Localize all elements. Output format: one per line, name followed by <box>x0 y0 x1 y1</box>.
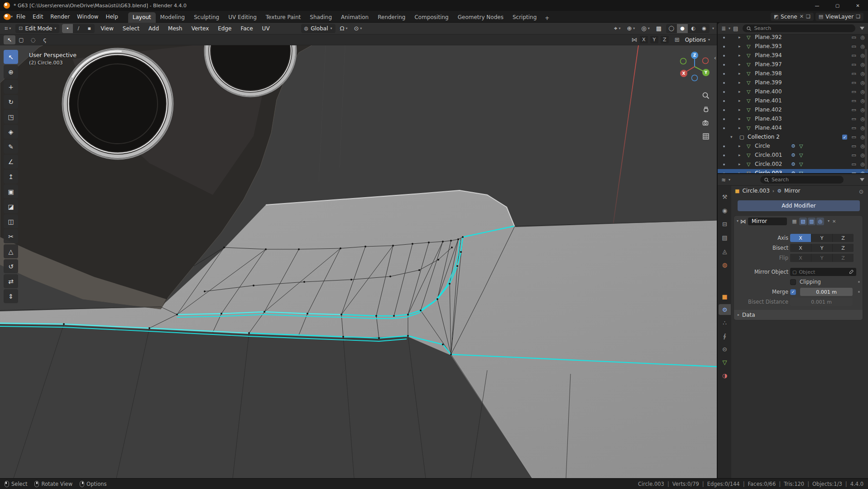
object-name[interactable]: Circle.001 <box>755 152 782 158</box>
tool-annotate[interactable]: ✎ <box>4 140 18 154</box>
outliner-row-collection2[interactable]: ▾▢Collection 2✓▭◎ <box>718 133 868 142</box>
menu-vertex[interactable]: Vertex <box>188 24 212 33</box>
workspace-tab-geometry-nodes[interactable]: Geometry Nodes <box>453 12 508 23</box>
transform-orientation-dropdown[interactable]: ◍ Global ▾ <box>301 24 336 33</box>
object-name[interactable]: Plane.398 <box>755 70 782 77</box>
tool-transform[interactable]: ◈ <box>4 125 18 139</box>
shading-caret-icon[interactable]: ▾ <box>712 27 714 30</box>
tool-loop-cut[interactable]: ◫ <box>4 214 18 228</box>
disclosure-open-icon[interactable]: ▾ <box>730 135 733 139</box>
add-modifier-button[interactable]: Add Modifier <box>738 200 860 211</box>
disable-viewport-icon[interactable]: ▭ <box>852 53 856 58</box>
face-select-button[interactable]: ▪ <box>84 24 95 33</box>
mode-dropdown[interactable]: ⊡ Edit Mode ▾ <box>15 24 59 33</box>
tool-scale[interactable]: ◳ <box>4 110 18 124</box>
axis-x-button[interactable]: X <box>790 234 811 242</box>
flip-x-button[interactable]: X <box>790 254 811 262</box>
editor-type-selector[interactable]: ⌗ ▾ <box>3 24 13 33</box>
outliner-row-plane402[interactable]: ▸▽Plane.402▭◎ <box>718 106 868 115</box>
outliner-editor-icon[interactable]: ≣ <box>721 26 726 31</box>
collection-name[interactable]: Collection 2 <box>748 134 780 140</box>
outliner-row-circle[interactable]: ▸▽Circle⚙▽▭◎ <box>718 142 868 151</box>
blender-menu-icon[interactable] <box>4 14 11 20</box>
workspace-tab-texture-paint[interactable]: Texture Paint <box>261 12 305 23</box>
animate-dot-icon[interactable] <box>858 291 860 293</box>
disable-render-icon[interactable]: ◎ <box>860 62 865 68</box>
disable-render-icon[interactable]: ◎ <box>860 71 865 77</box>
tool-select-box[interactable]: ↖ <box>4 50 18 64</box>
outliner-row-circle002[interactable]: ▸▽Circle.002⚙▽▭◎ <box>718 160 868 169</box>
tab-render[interactable]: ◉ <box>719 205 731 216</box>
tab-scene[interactable]: ◬ <box>719 246 731 257</box>
workspace-tab-scripting[interactable]: Scripting <box>508 12 541 23</box>
disable-render-icon[interactable]: ◎ <box>860 107 865 113</box>
tab-world[interactable]: ◍ <box>719 259 731 270</box>
breadcrumb-modifier[interactable]: Mirror <box>784 188 800 194</box>
disclosure-icon[interactable]: ▸ <box>739 116 741 121</box>
tab-object-data[interactable]: ▽ <box>719 357 731 368</box>
tab-physics[interactable]: ∮ <box>719 330 731 341</box>
overlays-dropdown[interactable]: ◎ ▾ <box>639 24 651 33</box>
tab-particles[interactable]: ∴ <box>719 317 731 328</box>
outliner-row-plane404[interactable]: ▸▽Plane.404▭◎ <box>718 124 868 133</box>
outliner-row-plane392[interactable]: ▸▽Plane.392▭◎ <box>718 34 868 42</box>
menu-face[interactable]: Face <box>237 24 256 33</box>
close-button[interactable]: ✕ <box>848 0 868 11</box>
menu-mesh[interactable]: Mesh <box>165 24 186 33</box>
snap-toggle[interactable]: Ω ▾ <box>338 24 350 33</box>
menu-select[interactable]: Select <box>120 24 143 33</box>
modifier-close-icon[interactable]: ✕ <box>832 219 836 224</box>
flip-y-button[interactable]: Y <box>811 254 832 262</box>
object-name[interactable]: Plane.402 <box>755 107 782 113</box>
toggle-render-icon[interactable]: ◎ <box>816 218 824 225</box>
shading-wireframe-button[interactable]: ◯ <box>666 24 677 33</box>
outliner-row-plane398[interactable]: ▸▽Plane.398▭◎ <box>718 69 868 78</box>
tab-view-layer[interactable]: ▤ <box>719 232 731 243</box>
disclosure-icon[interactable]: ▸ <box>739 153 741 157</box>
workspace-tab-shading[interactable]: Shading <box>305 12 336 23</box>
tool-shrink-fatten[interactable]: ⇕ <box>4 289 18 303</box>
viewlayer-selector[interactable]: ▤ ViewLayer ❏ <box>815 13 863 21</box>
disable-viewport-icon[interactable]: ▭ <box>852 89 856 95</box>
disable-viewport-icon[interactable]: ▭ <box>852 34 856 40</box>
disable-render-icon[interactable]: ◎ <box>860 89 865 95</box>
axis-y-button[interactable]: Y <box>811 234 832 242</box>
disable-viewport-icon[interactable]: ▭ <box>852 62 856 68</box>
disable-render-icon[interactable]: ◎ <box>860 143 865 149</box>
object-name[interactable]: Plane.400 <box>755 88 782 95</box>
workspace-tab-sculpting[interactable]: Sculpting <box>189 12 224 23</box>
toggle-realtime-icon[interactable]: ▥ <box>808 218 815 225</box>
menu-edit[interactable]: Edit <box>29 12 47 21</box>
outliner-row-plane401[interactable]: ▸▽Plane.401▭◎ <box>718 97 868 106</box>
outliner-search-input[interactable]: Search <box>743 24 855 32</box>
menu-add[interactable]: Add <box>145 24 162 33</box>
tool-poly-build[interactable]: △ <box>4 244 18 258</box>
bisect-y-button[interactable]: Y <box>811 244 832 252</box>
tab-constraints[interactable]: ⊝ <box>719 344 731 354</box>
mirror-object-field[interactable]: ▢ Object <box>790 268 856 276</box>
object-name[interactable]: Plane.399 <box>755 79 782 86</box>
disable-viewport-icon[interactable]: ▭ <box>852 98 856 104</box>
minimize-button[interactable]: — <box>807 0 827 11</box>
disable-render-icon[interactable]: ◎ <box>860 98 865 104</box>
object-name[interactable]: Circle.003 <box>755 170 782 173</box>
disable-viewport-icon[interactable]: ▭ <box>852 71 856 77</box>
eyedropper-icon[interactable] <box>849 269 854 275</box>
outliner-row-plane399[interactable]: ▸▽Plane.399▭◎ <box>718 78 868 87</box>
disable-viewport-icon[interactable]: ▭ <box>852 44 856 49</box>
workspace-tab-compositing[interactable]: Compositing <box>410 12 453 23</box>
workspace-tab-uv-editing[interactable]: UV Editing <box>224 12 261 23</box>
disable-viewport-icon[interactable]: ▭ <box>852 161 856 167</box>
tool-bevel[interactable]: ◪ <box>4 199 18 213</box>
navigation-gizmo[interactable]: Z Y X <box>678 50 711 83</box>
disclosure-icon[interactable]: ▸ <box>739 44 741 48</box>
scene-new-icon[interactable]: ❏ <box>806 14 810 19</box>
pan-hand-icon[interactable] <box>701 104 711 114</box>
modifier-name-field[interactable]: Mirror <box>748 218 787 225</box>
ortho-grid-icon[interactable] <box>701 131 711 141</box>
object-name[interactable]: Plane.393 <box>755 43 782 49</box>
lasso-select-button[interactable]: ς <box>39 35 51 44</box>
disclosure-icon[interactable]: ▸ <box>739 62 741 67</box>
outliner-row-plane397[interactable]: ▸▽Plane.397▭◎ <box>718 60 868 69</box>
tab-object[interactable]: ■ <box>719 291 731 302</box>
